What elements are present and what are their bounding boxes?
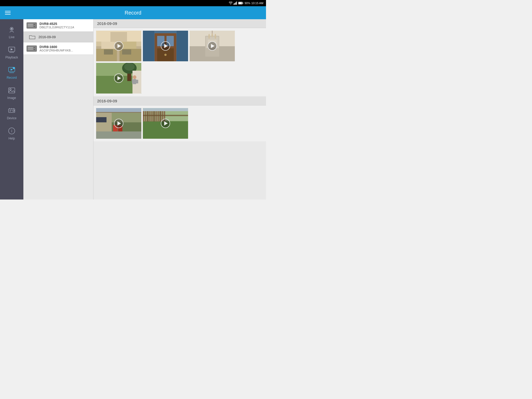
thumbnail-garden[interactable] bbox=[143, 108, 188, 139]
device-icon bbox=[7, 106, 16, 115]
svg-rect-0 bbox=[234, 4, 234, 5]
svg-point-17 bbox=[10, 89, 11, 90]
device-name-dvr2: DVR8-1600 bbox=[39, 45, 73, 49]
svg-rect-55 bbox=[177, 31, 188, 61]
svg-rect-5 bbox=[243, 3, 243, 4]
device-item-dvr1[interactable]: DVR8-4525 DBE2TJLJ18R6ZCTY111A bbox=[23, 19, 93, 32]
svg-point-53 bbox=[165, 54, 166, 55]
svg-rect-28 bbox=[28, 24, 33, 25]
dvr-icon-2 bbox=[26, 45, 37, 52]
svg-rect-29 bbox=[28, 25, 33, 26]
svg-rect-18 bbox=[9, 109, 15, 112]
folder-date-label: 2016-09-09 bbox=[38, 35, 56, 39]
signal-icon bbox=[234, 2, 237, 5]
date-label-1: 2016-09-09 bbox=[97, 21, 117, 26]
play-button-alley[interactable] bbox=[114, 119, 123, 128]
folder-icon bbox=[29, 34, 36, 39]
svg-point-71 bbox=[124, 63, 135, 71]
svg-point-21 bbox=[13, 110, 14, 111]
battery-icon bbox=[238, 2, 243, 5]
thumbnail-alley[interactable] bbox=[96, 108, 141, 139]
sidebar-item-playback[interactable]: Playback bbox=[0, 42, 23, 62]
svg-rect-85 bbox=[96, 108, 141, 112]
battery-percent: 90% bbox=[244, 2, 250, 5]
record-icon bbox=[7, 65, 16, 75]
sidebar-item-record[interactable]: Record bbox=[0, 62, 23, 83]
play-button-room[interactable] bbox=[208, 41, 217, 51]
svg-point-73 bbox=[133, 75, 136, 79]
svg-point-63 bbox=[211, 33, 213, 37]
status-icons: 90% 10:15 AM bbox=[229, 2, 263, 5]
menu-button[interactable] bbox=[4, 10, 12, 16]
date-label-2: 2016-09-09 bbox=[97, 99, 117, 103]
svg-rect-33 bbox=[28, 47, 33, 48]
live-icon bbox=[7, 25, 16, 34]
device-id-dvr1: DBE2TJLJ18R6ZCTY111A bbox=[39, 26, 74, 29]
thumbnails-row-1 bbox=[94, 28, 266, 96]
image-icon bbox=[7, 86, 16, 95]
sidebar-item-image[interactable]: Image bbox=[0, 83, 23, 103]
play-button-kitchen[interactable] bbox=[114, 41, 123, 51]
record-label: Record bbox=[7, 76, 17, 79]
time-display: 10:15 AM bbox=[251, 2, 263, 5]
svg-rect-76 bbox=[136, 80, 138, 83]
wifi-icon bbox=[229, 2, 232, 5]
svg-rect-101 bbox=[143, 115, 188, 116]
thumbnail-room[interactable] bbox=[190, 31, 235, 61]
svg-rect-44 bbox=[122, 49, 131, 55]
sidebar: Live Playback R bbox=[0, 19, 23, 200]
device-id-dvr2: AGC6FZR6HBUWFXKB... bbox=[39, 49, 73, 52]
svg-point-64 bbox=[208, 34, 210, 39]
play-button-door[interactable] bbox=[161, 41, 170, 51]
svg-rect-34 bbox=[28, 49, 33, 50]
status-bar: 90% 10:15 AM bbox=[0, 0, 266, 6]
device-name-dvr1: DVR8-4525 bbox=[39, 22, 74, 26]
svg-rect-86 bbox=[96, 117, 107, 122]
svg-rect-2 bbox=[235, 2, 236, 5]
svg-point-30 bbox=[34, 24, 35, 25]
svg-text:i: i bbox=[11, 129, 12, 133]
svg-point-15 bbox=[13, 67, 15, 69]
folder-item-1[interactable]: 2016-09-09 bbox=[23, 32, 93, 42]
help-label: Help bbox=[9, 137, 15, 140]
svg-rect-16 bbox=[9, 88, 15, 93]
content-area: 2016-09-09 bbox=[94, 19, 266, 200]
playback-label: Playback bbox=[5, 56, 18, 59]
svg-marker-13 bbox=[11, 69, 13, 71]
svg-point-36 bbox=[34, 49, 35, 50]
svg-rect-40 bbox=[122, 41, 136, 49]
svg-rect-84 bbox=[96, 131, 141, 139]
date-header-1: 2016-09-09 bbox=[94, 19, 266, 28]
sidebar-item-help[interactable]: i Help bbox=[0, 123, 23, 143]
date-header-2: 2016-09-09 bbox=[94, 97, 266, 105]
playback-icon bbox=[7, 45, 16, 55]
svg-marker-10 bbox=[11, 48, 13, 50]
play-button-yard[interactable] bbox=[114, 74, 123, 83]
svg-rect-46 bbox=[110, 32, 127, 42]
thumbnails-row-2 bbox=[94, 105, 266, 141]
dvr-icon-1 bbox=[26, 22, 37, 29]
svg-point-8 bbox=[11, 28, 12, 30]
help-icon: i bbox=[7, 126, 16, 136]
app-header: Record bbox=[0, 6, 266, 19]
svg-rect-43 bbox=[104, 49, 113, 55]
main-layout: Live Playback R bbox=[0, 19, 266, 200]
thumbnail-door[interactable] bbox=[143, 31, 188, 61]
play-button-garden[interactable] bbox=[161, 119, 170, 128]
page-title: Record bbox=[125, 10, 141, 16]
sidebar-item-live[interactable]: Live bbox=[0, 22, 23, 42]
date-group-1: 2016-09-09 bbox=[94, 19, 266, 96]
svg-rect-103 bbox=[143, 108, 188, 111]
device-panel: DVR8-4525 DBE2TJLJ18R6ZCTY111A 2016-09-0… bbox=[23, 19, 94, 200]
device-item-dvr2[interactable]: DVR8-1600 AGC6FZR6HBUWFXKB... bbox=[23, 42, 93, 55]
svg-point-65 bbox=[215, 34, 216, 39]
device-info-dvr1: DVR8-4525 DBE2TJLJ18R6ZCTY111A bbox=[39, 22, 74, 29]
device-info-dvr2: DVR8-1600 AGC6FZR6HBUWFXKB... bbox=[39, 45, 73, 52]
device-label: Device bbox=[7, 116, 17, 120]
thumbnail-yard[interactable] bbox=[96, 63, 141, 94]
thumbnail-kitchen[interactable] bbox=[96, 31, 141, 61]
live-label: Live bbox=[9, 35, 15, 39]
image-label: Image bbox=[7, 96, 16, 100]
sidebar-item-device[interactable]: Device bbox=[0, 103, 23, 123]
svg-rect-75 bbox=[132, 80, 134, 83]
